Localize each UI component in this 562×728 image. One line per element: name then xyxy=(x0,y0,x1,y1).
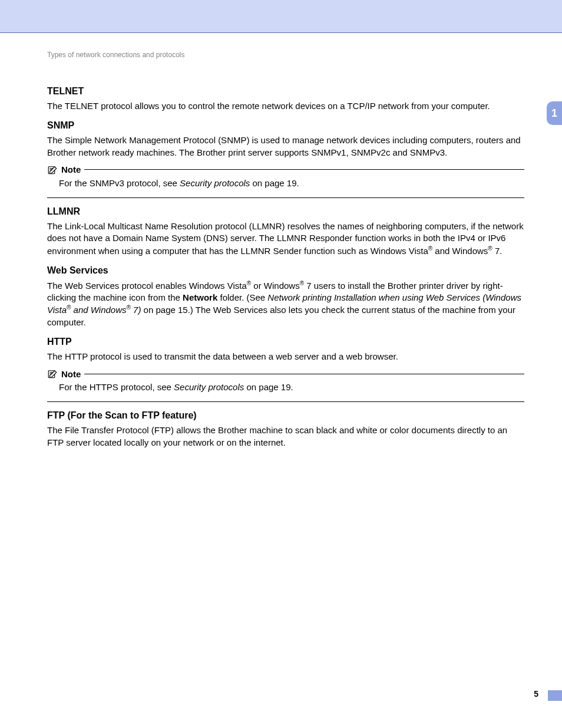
heading-telnet: TELNET xyxy=(47,86,524,97)
chapter-tab: 1 xyxy=(547,101,562,125)
body-webservices: The Web Services protocol enables Window… xyxy=(47,279,524,328)
page-bar xyxy=(548,690,562,701)
body-ftp: The File Transfer Protocol (FTP) allows … xyxy=(47,424,524,449)
page-number: 5 xyxy=(534,689,538,699)
top-banner xyxy=(0,0,562,33)
body-http: The HTTP protocol is used to transmit th… xyxy=(47,351,524,363)
heading-http: HTTP xyxy=(47,337,524,347)
note-icon xyxy=(47,368,58,379)
heading-webservices: Web Services xyxy=(47,265,524,276)
heading-snmp: SNMP xyxy=(47,120,524,131)
note-http: Note For the HTTPS protocol, see Securit… xyxy=(47,368,524,402)
note-body-snmp: For the SNMPv3 protocol, see Security pr… xyxy=(47,175,524,194)
body-snmp: The Simple Network Management Protocol (… xyxy=(47,134,524,159)
heading-llmnr: LLMNR xyxy=(47,206,524,217)
note-snmp: Note For the SNMPv3 protocol, see Securi… xyxy=(47,164,524,198)
note-icon xyxy=(47,164,58,175)
page-content: TELNET The TELNET protocol allows you to… xyxy=(47,78,524,453)
note-body-http: For the HTTPS protocol, see Security pro… xyxy=(47,379,524,398)
breadcrumb: Types of network connections and protoco… xyxy=(47,51,184,59)
heading-ftp: FTP (For the Scan to FTP feature) xyxy=(47,410,524,421)
body-telnet: The TELNET protocol allows you to contro… xyxy=(47,100,524,112)
note-label: Note xyxy=(61,164,81,174)
body-llmnr: The Link-Local Multicast Name Resolution… xyxy=(47,220,524,257)
note-label: Note xyxy=(61,369,81,379)
